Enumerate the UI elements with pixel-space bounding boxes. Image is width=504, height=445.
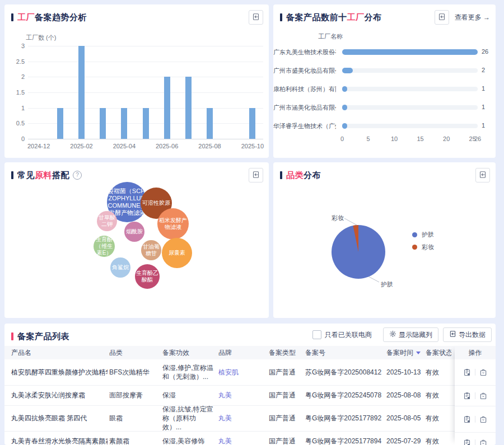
date-cell: 2025-08-08	[386, 385, 423, 405]
title-text: 备案趋势分析	[35, 12, 87, 22]
name-cell: 丸美冰柔安肤沁润按摩霜	[11, 385, 108, 405]
pie-leader-line	[368, 277, 379, 282]
export-data-button[interactable]: 导出数据	[443, 327, 492, 342]
gridline	[28, 46, 263, 46]
bag-icon[interactable]	[479, 439, 487, 445]
bar-track	[342, 124, 478, 128]
date-cell: 2025-10-13	[386, 359, 423, 385]
export-icon	[449, 330, 459, 339]
table-row: 植安肌酵萃四重焕颜修护次抛精华液BFS次抛精华保湿,修护,宣称温和（无刺激）..…	[4, 359, 496, 386]
legend-label: 彩妆	[422, 243, 434, 251]
brand-link[interactable]: 丸美	[218, 431, 263, 445]
pie-legend: 护肤 彩妆	[412, 228, 434, 253]
card-title: 备案产品列表	[17, 331, 69, 342]
category-cell: 眼霜	[109, 405, 157, 431]
download-chart-button[interactable]	[249, 168, 263, 182]
card-title: 备案产品数前十工厂分布	[286, 12, 382, 23]
download-chart-button[interactable]	[435, 10, 449, 25]
bag-icon[interactable]	[479, 392, 487, 400]
title-accent-bar	[280, 13, 282, 21]
category-cell: BFS次抛精华	[109, 359, 157, 385]
title-highlight: 工厂	[347, 12, 365, 22]
number-cell: 粤G妆网备字2025245078	[305, 385, 384, 405]
column-header-5: 备案类型	[269, 346, 302, 359]
clipboard-lock-icon[interactable]	[463, 439, 471, 445]
bar-track	[342, 87, 478, 91]
checkbox-label[interactable]: 只看已关联电商	[325, 330, 372, 340]
category-cell: 面部按摩膏	[109, 385, 157, 405]
card-header: 备案产品数前十工厂分布 查看更多 →	[280, 10, 490, 25]
column-header-label: 备案状态	[426, 348, 451, 358]
category-distribution-card: 品类分布 彩妆 护肤 护肤 彩妆	[273, 162, 496, 318]
card-header: 常见原料搭配 ?	[11, 167, 263, 183]
row-actions	[455, 406, 496, 433]
help-icon[interactable]: ?	[73, 171, 82, 180]
show-hidden-columns-button[interactable]: 显示隐藏列	[383, 327, 438, 342]
column-header-7[interactable]: 备案时间	[386, 346, 423, 359]
title-text: 分布	[365, 12, 382, 22]
top-factories-bar-chart: 广东丸美生物技术股份有限...26广州市盛美化妆品有限公司2康柏利科技（苏州）有…	[273, 4, 496, 158]
pie-slice-label: 彩妆	[332, 214, 344, 222]
bubble-label: 角鲨烷	[110, 264, 130, 271]
ecommerce-filter-checkbox[interactable]	[312, 330, 321, 339]
trend-bar	[249, 108, 255, 139]
brand-link[interactable]: 丸美	[218, 385, 263, 405]
title-text: 搭配	[52, 170, 69, 180]
title-text: 备案产品数前十	[286, 12, 347, 22]
effect-cell: 保湿,抗皱,特定宣称（原料功效）...	[162, 405, 214, 431]
clipboard-lock-icon[interactable]	[463, 415, 471, 423]
brand-link[interactable]: 植安肌	[218, 359, 263, 385]
clipboard-lock-icon[interactable]	[463, 368, 471, 376]
legend-item-makeup[interactable]: 彩妆	[412, 241, 434, 253]
view-more-link[interactable]: 查看更多 →	[455, 13, 490, 22]
factory-bar	[342, 105, 347, 110]
x-tick-label: 2025-10	[241, 143, 264, 149]
ingredient-bubble: 尿囊素	[162, 238, 192, 268]
column-header-3: 备案功效	[162, 346, 214, 359]
download-chart-button[interactable]	[249, 10, 263, 25]
x-tick-label: 26	[474, 135, 481, 142]
legend-label: 护肤	[422, 231, 434, 239]
download-image-icon	[252, 171, 260, 180]
brand-link[interactable]: 丸美	[218, 405, 263, 431]
category-cell: 素颜霜	[109, 431, 157, 445]
bar-value-label: 26	[482, 48, 488, 55]
actions-column-header: 操作	[455, 346, 496, 359]
card-title: 品类分布	[286, 170, 321, 181]
sort-desc-caret-icon[interactable]	[416, 352, 421, 354]
dashboard-page: 工厂备案趋势分析 工厂数 (个) 00.511.522.532024-12202…	[0, 0, 504, 445]
gridline	[28, 62, 263, 62]
x-tick-label: 2024-12	[27, 143, 50, 149]
column-header-label: 备案时间	[386, 348, 413, 358]
legend-item-skincare[interactable]: 护肤	[412, 228, 434, 241]
action-divider	[475, 439, 475, 445]
trend-bar	[143, 108, 149, 139]
type-cell: 国产普通	[269, 385, 302, 405]
download-chart-button[interactable]	[475, 168, 490, 182]
type-cell: 国产普通	[269, 405, 302, 431]
factory-bar	[342, 68, 353, 73]
column-header-label: 备案类型	[269, 348, 296, 358]
bar-value-label: 1	[482, 104, 485, 110]
card-header: 品类分布	[280, 167, 490, 183]
bubble-label: 生育酚乙酸酯	[135, 270, 160, 283]
x-tick-label: 10	[391, 135, 398, 142]
column-header-label: 备案功效	[162, 348, 189, 358]
type-cell: 国产普通	[269, 431, 302, 445]
number-cell: 苏G妆网备字2025008412	[305, 359, 384, 385]
bag-icon[interactable]	[479, 415, 487, 423]
factory-name-label: 康柏利科技（苏州）有限公...	[273, 85, 336, 93]
title-highlight: 原料	[35, 170, 52, 180]
x-tick-label: 15	[417, 135, 423, 142]
bag-icon[interactable]	[479, 368, 487, 376]
trend-bar	[185, 77, 192, 139]
column-header-8: 备案状态	[426, 346, 451, 359]
pie-leader-line	[344, 218, 357, 225]
status-cell: 有效	[426, 385, 451, 405]
clipboard-lock-icon[interactable]	[463, 392, 471, 400]
effect-cell: 保湿	[162, 385, 214, 405]
legend-dot	[412, 232, 417, 237]
trend-bar	[164, 77, 170, 139]
factory-bar	[342, 49, 478, 55]
row-actions	[455, 386, 496, 406]
